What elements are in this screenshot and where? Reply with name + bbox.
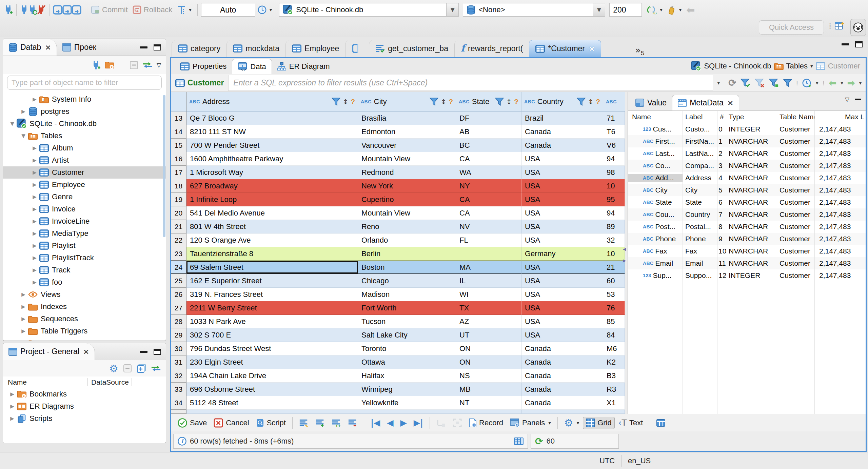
close-icon[interactable]: × xyxy=(83,347,89,356)
metadata-ordinal-cell[interactable]: 3 xyxy=(717,162,726,170)
open-sql-script-icon[interactable] xyxy=(62,5,72,15)
column-header-partial[interactable]: ABC xyxy=(603,92,625,111)
grid-cell[interactable] xyxy=(456,247,521,261)
grid-cell[interactable]: Canada xyxy=(521,139,603,152)
edit-cell-icon[interactable] xyxy=(296,417,312,429)
table-row[interactable]: 22120 S Orange AveOrlandoFLUSA32 xyxy=(171,233,625,247)
reconnect-icon[interactable] xyxy=(28,5,37,15)
grid-cell[interactable]: 89 xyxy=(603,220,625,233)
table-row[interactable]: 20541 Del Medio AvenueMountain ViewCAUSA… xyxy=(171,206,625,220)
grid-mode-button[interactable]: Grid xyxy=(583,417,615,429)
grid-cell[interactable]: Tucson xyxy=(358,315,456,328)
grid-cell[interactable]: 230 Elgin Street xyxy=(186,355,358,369)
save-filter-icon[interactable] xyxy=(769,79,779,87)
metadata-type-cell[interactable]: NVARCHAR xyxy=(726,247,777,255)
metadata-column-header[interactable]: Label xyxy=(683,113,717,121)
table-row[interactable]: 33696 Osborne StreetWinnipegMBCanadaR3 xyxy=(171,383,625,396)
grid-cell[interactable]: 120 S Orange Ave xyxy=(186,233,358,247)
grid-cell[interactable]: 10 xyxy=(603,247,625,261)
tree-item-sequences[interactable]: ▶Sequences xyxy=(3,313,166,325)
grid-cell[interactable]: 696 Osborne Street xyxy=(186,383,358,396)
grid-cell[interactable]: USA xyxy=(521,328,603,342)
metadata-type-cell[interactable]: NVARCHAR xyxy=(726,223,777,231)
grid-cell[interactable]: AB xyxy=(456,125,521,139)
grid-cell[interactable]: 84 xyxy=(603,328,625,342)
grid-cell[interactable]: CA xyxy=(456,206,521,220)
metadata-maxlength-cell[interactable]: 2,147,483 xyxy=(814,210,865,219)
metadata-name-cell[interactable]: ABCLast... xyxy=(628,149,683,158)
grid-cell[interactable]: NS xyxy=(456,369,521,383)
editor-tab-employee[interactable]: Employee xyxy=(285,40,345,57)
grid-cell[interactable]: UT xyxy=(456,328,521,342)
breadcrumb-object[interactable]: Customer xyxy=(828,62,860,70)
close-icon[interactable]: × xyxy=(589,44,595,53)
metadata-maxlength-cell[interactable]: 2,147,483 xyxy=(814,174,865,182)
tree-item-system-info[interactable]: ▶iSystem Info xyxy=(3,93,166,105)
table-row[interactable]: 345112 48 StreetYellowknifeNTCanadaX1 xyxy=(171,396,625,410)
grid-cell[interactable]: USA xyxy=(521,261,603,274)
metadata-label-cell[interactable]: City xyxy=(683,186,717,194)
table-row[interactable]: 281033 N Park AveTucsonAZUSA85 xyxy=(171,315,625,328)
grid-cell[interactable]: USA xyxy=(521,166,603,179)
grid-cell[interactable]: Yellowknife xyxy=(358,396,456,410)
duplicate-row-icon[interactable]: (+) xyxy=(329,417,344,429)
metadata-row[interactable]: 123Cus...Custo...0INTEGERCustomer2,147,4… xyxy=(628,123,866,135)
chevron-down-icon[interactable]: ▾ xyxy=(859,80,862,86)
grid-cell[interactable]: Canada xyxy=(521,383,603,396)
tree-item-table-triggers[interactable]: ▶Table Triggers xyxy=(3,325,166,337)
metadata-maxlength-cell[interactable]: 2,147,483 xyxy=(814,271,865,280)
grid-cell[interactable]: M6 xyxy=(603,342,625,355)
row-number[interactable]: 19 xyxy=(171,193,186,206)
commit-mode-combo[interactable]: Auto xyxy=(201,3,255,17)
grid-cell[interactable]: AZ xyxy=(456,315,521,328)
metadata-name-cell[interactable]: 123Cus... xyxy=(628,125,683,133)
metadata-maxlength-cell[interactable]: 2,147,483 xyxy=(814,162,865,170)
script-button[interactable]: Script xyxy=(253,417,289,429)
metadata-row[interactable]: ABCCou...Country7NVARCHARCustomer2,147,4… xyxy=(628,208,866,221)
editor-tab-category[interactable]: category xyxy=(172,40,226,57)
grid-cell[interactable]: 85 xyxy=(603,315,625,328)
table-row[interactable]: 161600 Amphitheatre ParkwayMountain View… xyxy=(171,152,625,166)
filter-funnel-icon[interactable] xyxy=(430,98,438,106)
metadata-name-cell[interactable]: ABCState xyxy=(628,198,683,206)
grid-cell[interactable]: Halifax xyxy=(358,369,456,383)
row-number[interactable]: 34 xyxy=(171,396,186,410)
row-number[interactable]: 20 xyxy=(171,206,186,220)
chevron-right-icon[interactable]: ▶ xyxy=(8,415,16,422)
grid-cell[interactable]: USA xyxy=(521,274,603,288)
metadata-maxlength-cell[interactable]: 2,147,483 xyxy=(814,198,865,206)
metadata-table-cell[interactable]: Customer xyxy=(777,247,814,255)
last-row-button[interactable]: ▶| xyxy=(411,416,426,429)
tree-item-customer[interactable]: ▶Customer xyxy=(3,166,166,179)
grid-cell[interactable]: FL xyxy=(456,233,521,247)
metadata-row[interactable]: ABCFirst...FirstNa...1NVARCHARCustomer2,… xyxy=(628,135,866,147)
back-button[interactable]: ⬅ xyxy=(686,4,695,16)
chevron-right-icon[interactable]: ▶ xyxy=(31,279,38,285)
metadata-table-cell[interactable]: Customer xyxy=(777,174,814,182)
grid-cell[interactable]: 2211 W Berry Street xyxy=(186,301,358,315)
metadata-row[interactable]: ABCEmailEmail11NVARCHARCustomer2,147,483 xyxy=(628,257,866,269)
grid-cell[interactable]: 69 Salem Street xyxy=(186,261,358,274)
grid-cell[interactable]: Salt Lake City xyxy=(358,328,456,342)
chevron-right-icon[interactable]: ▶ xyxy=(31,230,38,237)
grid-cell[interactable]: Edmonton xyxy=(358,125,456,139)
table-row[interactable]: 25162 E Superior StreetChicagoILUSA60 xyxy=(171,274,625,288)
link-editor-icon[interactable] xyxy=(151,364,161,372)
row-number[interactable]: 30 xyxy=(171,342,186,355)
metadata-row[interactable]: ABCLast...LastNa...2NVARCHARCustomer2,14… xyxy=(628,147,866,160)
grid-cell[interactable]: 194A Chain Lake Drive xyxy=(186,369,358,383)
metadata-table-cell[interactable]: Customer xyxy=(777,235,814,243)
grid-cell[interactable]: 94 xyxy=(603,206,625,220)
collapse-all-icon[interactable] xyxy=(130,61,138,69)
metadata-label-cell[interactable]: Phone xyxy=(683,235,717,243)
grid-cell[interactable]: USA xyxy=(521,301,603,315)
metadata-type-cell[interactable]: NVARCHAR xyxy=(726,198,777,206)
metadata-row[interactable]: ABCPhonePhone9NVARCHARCustomer2,147,483 xyxy=(628,233,866,245)
new-sql-editor-icon[interactable] xyxy=(72,5,81,15)
metadata-name-cell[interactable]: ABCFirst... xyxy=(628,137,683,145)
table-row[interactable]: 2469 Salem StreetBostonMAUSA21 xyxy=(171,261,625,274)
metadata-table-cell[interactable]: Customer xyxy=(777,210,814,219)
metadata-ordinal-cell[interactable]: 10 xyxy=(717,247,726,255)
metadata-type-cell[interactable]: NVARCHAR xyxy=(726,174,777,182)
active-schema-combo[interactable]: <None> ▼ xyxy=(463,3,605,17)
